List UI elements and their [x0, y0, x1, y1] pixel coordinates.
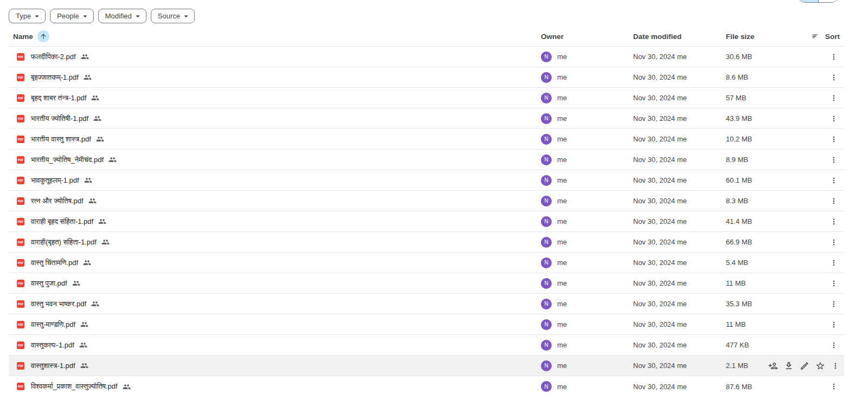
download-icon[interactable]: [784, 361, 794, 371]
date-modified: Nov 30, 2024 me: [633, 238, 726, 246]
table-row[interactable]: PDF बृहद् शाबर तंन्त्र-1.pdf N me Nov 30…: [9, 88, 844, 108]
table-row[interactable]: PDF वास्तुशास्त्र-1.pdf N me Nov 30, 202…: [9, 356, 844, 376]
chevron-down-icon: [181, 11, 191, 21]
table-row[interactable]: PDF फलदीपिका-2.pdf N me Nov 30, 2024 me …: [9, 47, 844, 67]
chevron-down-icon: [80, 11, 90, 21]
shared-people-icon: [93, 114, 101, 122]
star-outline-icon[interactable]: [815, 361, 825, 371]
owner-avatar: N: [541, 319, 552, 330]
table-row[interactable]: PDF वाराही बृहद संहिता-1.pdf N me Nov 30…: [9, 211, 844, 232]
column-header-date-modified[interactable]: Date modified: [633, 33, 726, 41]
more-options-button[interactable]: [828, 175, 840, 186]
more-options-button[interactable]: [828, 380, 840, 392]
pdf-file-icon: PDF: [17, 218, 24, 225]
owner-avatar: N: [541, 154, 552, 165]
date-modified: Nov 30, 2024 me: [633, 114, 726, 122]
table-row[interactable]: PDF विश्वकर्मा_प्रकाश_वास्तुज्योतिष.pdf …: [9, 376, 844, 397]
pdf-badge-label: PDF: [18, 344, 24, 347]
file-name: विश्वकर्मा_प्रकाश_वास्तुज्योतिष.pdf: [31, 382, 118, 391]
more-options-button[interactable]: [828, 236, 840, 248]
pdf-badge-label: PDF: [18, 55, 24, 59]
filter-chip-people[interactable]: People: [50, 9, 93, 23]
pdf-file-icon: PDF: [17, 53, 24, 61]
more-vert-icon: [831, 362, 840, 370]
list-view-toggle-active[interactable]: [798, 0, 819, 2]
file-size: 477 KB: [726, 341, 768, 349]
shared-people-icon: [96, 135, 104, 143]
file-size: 60.1 MB: [726, 176, 768, 184]
sort-lines-icon: [811, 32, 820, 41]
more-options-button[interactable]: [828, 51, 840, 63]
file-name: वाराही(बृहत) संहिता-1.pdf: [31, 238, 97, 247]
column-header-name[interactable]: Name: [9, 30, 541, 42]
more-vert-icon: [829, 259, 838, 267]
column-header-owner[interactable]: Owner: [541, 33, 633, 41]
grid-view-toggle[interactable]: [819, 0, 839, 2]
filter-chip-source[interactable]: Source: [151, 9, 195, 23]
table-row[interactable]: PDF भारतीय वास्तु शास्त्र.pdf N me Nov 3…: [9, 129, 844, 150]
shared-people-icon: [81, 53, 89, 61]
more-options-button[interactable]: [828, 319, 840, 331]
table-row[interactable]: PDF वास्तु चिंतामणि.pdf N me Nov 30, 202…: [9, 253, 844, 273]
table-row[interactable]: PDF वास्तु पुजा.pdf N me Nov 30, 2024 me…: [9, 273, 844, 294]
more-options-button[interactable]: [828, 216, 840, 228]
edit-pencil-icon[interactable]: [800, 361, 809, 371]
more-options-button[interactable]: [828, 154, 840, 166]
filter-chip-type[interactable]: Type: [9, 9, 46, 23]
table-row[interactable]: PDF वास्तु-माण्डणि.pdf N me Nov 30, 2024…: [9, 314, 844, 335]
more-options-button[interactable]: [828, 92, 840, 104]
person-add-icon[interactable]: [768, 361, 778, 371]
pdf-badge-label: PDF: [18, 199, 24, 203]
sort-ascending-badge[interactable]: [37, 30, 49, 42]
date-modified: Nov 30, 2024 me: [633, 383, 726, 391]
table-row[interactable]: PDF भावकुतूहलम्-1.pdf N me Nov 30, 2024 …: [9, 170, 844, 191]
pdf-file-icon: PDF: [17, 259, 24, 267]
pdf-badge-label: PDF: [18, 385, 24, 388]
pdf-file-icon: PDF: [17, 321, 24, 328]
file-size: 8.6 MB: [726, 73, 768, 81]
file-size: 41.4 MB: [726, 217, 768, 225]
more-options-button[interactable]: [828, 72, 840, 83]
table-row[interactable]: PDF भारतीय ज्योतिषी-1.pdf N me Nov 30, 2…: [9, 108, 844, 129]
shared-people-icon: [79, 341, 87, 349]
file-name: वास्तुकल्पः-1.pdf: [31, 341, 74, 350]
table-row[interactable]: PDF रत्न और ज्योतिष.pdf N me Nov 30, 202…: [9, 191, 844, 211]
more-options-button[interactable]: [828, 195, 840, 207]
date-modified: Nov 30, 2024 me: [633, 279, 726, 287]
name-header-label: Name: [13, 33, 33, 41]
table-row[interactable]: PDF बृहज्जातकम्-1.pdf N me Nov 30, 2024 …: [9, 67, 844, 88]
more-options-button[interactable]: [828, 278, 840, 289]
more-options-button[interactable]: [828, 257, 840, 269]
file-name: भारतीय वास्तु शास्त्र.pdf: [31, 135, 91, 144]
pdf-badge-label: PDF: [18, 282, 24, 285]
file-size: 30.6 MB: [726, 53, 768, 61]
table-row[interactable]: PDF वाराही(बृहत) संहिता-1.pdf N me Nov 3…: [9, 232, 844, 253]
file-name: रत्न और ज्योतिष.pdf: [31, 197, 84, 205]
file-size: 66.9 MB: [726, 238, 768, 246]
sort-menu-button[interactable]: Sort: [811, 32, 840, 41]
view-layout-toggle[interactable]: [797, 0, 839, 3]
filter-chip-modified[interactable]: Modified: [98, 9, 146, 23]
table-row[interactable]: PDF भारतीय_ज्योतिष_नेमीचंद.pdf N me Nov …: [9, 150, 844, 170]
owner-name: me: [557, 176, 567, 184]
owner-name: me: [557, 135, 567, 143]
file-name: वास्तु भवन भाष्कर.pdf: [31, 300, 86, 308]
more-options-button[interactable]: [828, 339, 840, 351]
file-size: 87.6 MB: [726, 383, 768, 391]
file-size: 8.9 MB: [726, 156, 768, 164]
file-name: वास्तु पुजा.pdf: [31, 279, 67, 288]
shared-people-icon: [108, 156, 117, 164]
column-header-file-size[interactable]: File size: [726, 33, 768, 41]
more-options-button[interactable]: [828, 113, 840, 125]
owner-avatar: N: [541, 381, 552, 392]
table-row[interactable]: PDF वास्तुकल्पः-1.pdf N me Nov 30, 2024 …: [9, 335, 844, 356]
owner-avatar: N: [541, 51, 552, 62]
more-options-button[interactable]: [831, 360, 840, 372]
pdf-badge-label: PDF: [18, 302, 24, 306]
size-header-label: File size: [726, 33, 755, 41]
table-row[interactable]: PDF वास्तु भवन भाष्कर.pdf N me Nov 30, 2…: [9, 294, 844, 314]
more-options-button[interactable]: [828, 298, 840, 310]
more-options-button[interactable]: [828, 133, 840, 145]
owner-name: me: [557, 279, 567, 287]
file-size: 43.9 MB: [726, 114, 768, 122]
